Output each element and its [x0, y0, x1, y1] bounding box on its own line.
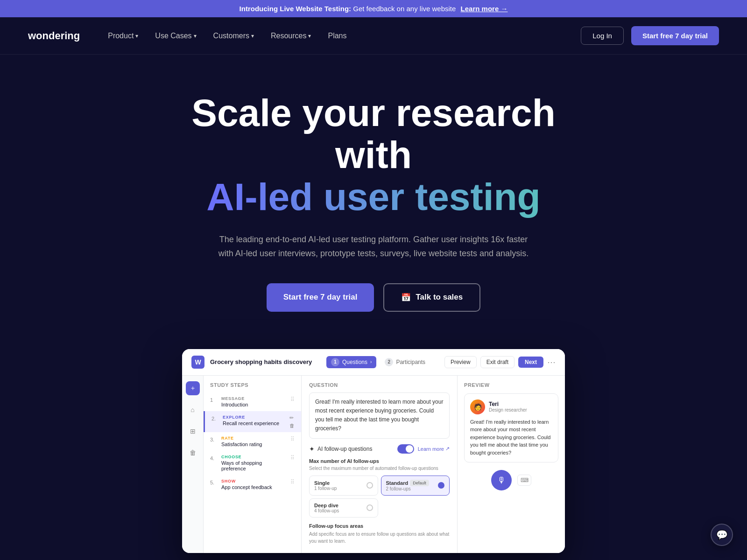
- study-steps-panel: Study steps 1 MESSAGE Introduction ⠿ 2. …: [204, 376, 302, 553]
- ai-followup-toggle[interactable]: [397, 444, 414, 454]
- step-4-label: Ways of shopping preference: [221, 460, 287, 471]
- nav-product[interactable]: Product ▾: [108, 32, 138, 40]
- preview-card: 🧑 Teri Design researcher Great! I'm real…: [464, 393, 558, 463]
- step-1-label: Introduction: [221, 402, 287, 407]
- followup-single[interactable]: Single 1 follow-up: [309, 476, 378, 496]
- step-1-type: MESSAGE: [221, 396, 287, 401]
- mockup-tabs: 1 Questions › 2 Participants: [326, 356, 430, 368]
- mockup-body: ＋ ⌂ ⊞ 🗑 Study steps 1 MESSAGE Introducti…: [182, 376, 565, 553]
- delete-icon-step2[interactable]: 🗑: [289, 423, 295, 428]
- preview-avatar: 🧑: [470, 399, 485, 414]
- step-5[interactable]: 5. SHOW App concept feedback ⠿: [204, 475, 301, 494]
- radio-single[interactable]: [366, 482, 373, 489]
- exit-draft-button[interactable]: Exit draft: [480, 356, 514, 368]
- trial-nav-button[interactable]: Start free 7 day trial: [631, 26, 719, 45]
- preview-mic-row: 🎙 ⌨: [464, 470, 558, 490]
- preview-agent-role: Design researcher: [489, 407, 527, 413]
- ai-learn-more-link[interactable]: Learn more ↗: [418, 446, 450, 452]
- next-button[interactable]: Next: [518, 357, 543, 368]
- focus-section-title: Follow-up focus areas: [309, 523, 450, 529]
- hero-ctas: Start free 7 day trial 📅 Talk to sales: [19, 283, 728, 312]
- study-steps-title: Study steps: [204, 382, 301, 388]
- preview-button[interactable]: Preview: [444, 356, 477, 368]
- keyboard-button[interactable]: ⌨: [517, 475, 531, 486]
- mockup-tab-participants[interactable]: 2 Participants: [380, 356, 430, 368]
- sidebar-home-icon[interactable]: ⌂: [186, 403, 200, 417]
- question-text[interactable]: Great! I'm really interested to learn mo…: [309, 392, 450, 439]
- tab-num-2: 2: [385, 358, 393, 366]
- nav-plans[interactable]: Plans: [328, 32, 346, 40]
- step-2-label: Recall recent experience: [223, 420, 286, 426]
- nav-customers[interactable]: Customers ▾: [213, 32, 254, 40]
- preview-agent: 🧑 Teri Design researcher: [470, 399, 552, 414]
- mockup-logo: W: [191, 356, 204, 369]
- nav-links: Product ▾ Use Cases ▾ Customers ▾ Resour…: [108, 32, 581, 40]
- more-options-icon[interactable]: ⋯: [547, 357, 556, 367]
- external-link-icon: ↗: [445, 446, 450, 452]
- sidebar-add-icon[interactable]: ＋: [186, 381, 200, 395]
- followup-section-title: Max number of AI follow-ups: [309, 458, 450, 464]
- chat-icon: 💬: [716, 529, 728, 540]
- edit-icon-step2[interactable]: ✏: [289, 415, 295, 421]
- drag-handle-4[interactable]: ⠿: [290, 455, 295, 461]
- mockup-project-title: Grocery shopping habits discovery: [210, 358, 312, 365]
- hero-section: Scale your research with AI-led user tes…: [0, 55, 747, 340]
- step-5-type: SHOW: [221, 479, 287, 483]
- nav-use-cases[interactable]: Use Cases ▾: [155, 32, 196, 40]
- nav-actions: Log In Start free 7 day trial: [581, 26, 719, 45]
- default-badge: Default: [410, 480, 429, 486]
- hero-heading-gradient: AI-led user testing: [206, 175, 540, 218]
- preview-agent-name: Teri: [489, 401, 527, 407]
- step-3-type: RATE: [221, 436, 287, 441]
- step-1[interactable]: 1 MESSAGE Introduction ⠿: [204, 392, 301, 411]
- mockup-topbar: W Grocery shopping habits discovery 1 Qu…: [182, 349, 565, 376]
- followup-standard[interactable]: Standard Default 2 follow-ups: [381, 476, 450, 496]
- step-4-type: CHOOSE: [221, 455, 287, 459]
- tab-num-1: 1: [331, 358, 339, 366]
- banner-text: Get feedback on any live website: [353, 5, 456, 13]
- step-2-type: EXPLORE: [223, 415, 286, 420]
- question-panel: Question Great! I'm really interested to…: [302, 376, 458, 553]
- ai-sparkle-icon: ✦: [309, 445, 315, 453]
- banner-highlight: Introducing Live Website Testing:: [240, 5, 351, 13]
- followup-deep-dive[interactable]: Deep dive 4 follow-ups: [309, 498, 378, 518]
- sidebar-trash-icon[interactable]: 🗑: [186, 446, 200, 460]
- drag-handle-5[interactable]: ⠿: [290, 479, 295, 485]
- navbar: wondering Product ▾ Use Cases ▾ Customer…: [0, 17, 747, 55]
- logo[interactable]: wondering: [28, 30, 80, 42]
- hero-subtitle: The leading end-to-end AI-led user testi…: [215, 232, 532, 261]
- login-button[interactable]: Log In: [581, 27, 624, 45]
- radio-standard[interactable]: [438, 482, 444, 489]
- step-5-label: App concept feedback: [221, 484, 287, 490]
- ai-followup-row: ✦ AI follow-up questions Learn more ↗: [309, 444, 450, 454]
- radio-deep-dive[interactable]: [366, 504, 373, 511]
- hero-cta-secondary[interactable]: 📅 Talk to sales: [383, 283, 480, 312]
- drag-handle-3[interactable]: ⠿: [290, 436, 295, 442]
- ai-followup-label: ✦ AI follow-up questions: [309, 445, 372, 453]
- followup-options: Single 1 follow-up Standard Default 2 fo…: [309, 476, 450, 518]
- step-4[interactable]: 4. CHOOSE Ways of shopping preference ⠿: [204, 451, 301, 475]
- calendar-icon: 📅: [401, 293, 411, 302]
- mockup-sidebar: ＋ ⌂ ⊞ 🗑: [182, 376, 204, 553]
- banner-learn-more[interactable]: Learn more →: [461, 5, 508, 13]
- followup-section-sub: Select the maximum number of automated f…: [309, 466, 450, 471]
- mockup-top-actions: Preview Exit draft Next ⋯: [444, 356, 556, 368]
- mockup-tab-questions[interactable]: 1 Questions ›: [326, 356, 376, 368]
- focus-section-sub: Add specific focus are to ensure follow …: [309, 531, 450, 545]
- top-banner: Introducing Live Website Testing: Get fe…: [0, 0, 747, 17]
- step-3-label: Satisfaction rating: [221, 441, 287, 447]
- app-mockup: W Grocery shopping habits discovery 1 Qu…: [182, 349, 565, 553]
- chat-bubble[interactable]: 💬: [711, 524, 733, 546]
- preview-message: Great! I'm really interested to learn mo…: [470, 418, 552, 457]
- nav-resources[interactable]: Resources ▾: [271, 32, 311, 40]
- preview-panel-title: Preview: [464, 382, 558, 388]
- sidebar-grid-icon[interactable]: ⊞: [186, 424, 200, 438]
- question-panel-title: Question: [309, 382, 450, 388]
- hero-cta-primary[interactable]: Start free 7 day trial: [267, 283, 374, 312]
- mic-button[interactable]: 🎙: [491, 470, 512, 490]
- step-2[interactable]: 2. EXPLORE Recall recent experience ✏ 🗑: [204, 411, 301, 432]
- hero-heading: Scale your research with AI-led user tes…: [163, 92, 584, 218]
- step-3[interactable]: 3. RATE Satisfaction rating ⠿: [204, 432, 301, 451]
- preview-panel: Preview 🧑 Teri Design researcher Great! …: [458, 376, 565, 553]
- drag-handle-1[interactable]: ⠿: [290, 396, 295, 403]
